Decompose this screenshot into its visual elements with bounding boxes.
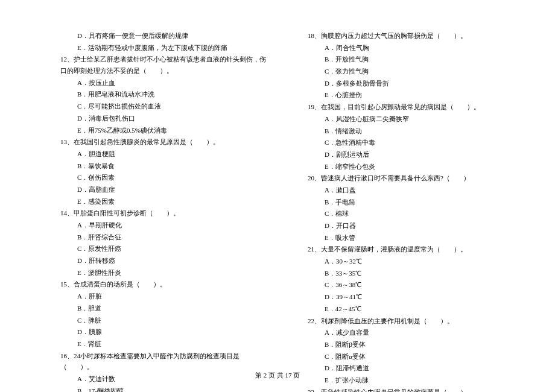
option-line: D．消毒后包扎伤口 bbox=[60, 113, 271, 124]
right-column: 18、胸膜腔内压力超过大气压的胸部损伤是（ ）。 A．闭合性气胸 B．开放性气胸… bbox=[308, 30, 519, 392]
question-23-text: 23、亚急性感染性心内膜炎最常见的致病菌是（ ）。 bbox=[308, 387, 519, 392]
question-16-text: 16、24小时尿标本检查需要加入甲醛作为防腐剂的检查项目是（ ）。 bbox=[60, 350, 271, 373]
option-line: C．36～38℃ bbox=[308, 279, 519, 291]
option-line: E．活动期有轻或中度腹痛，为左下腹或下腹的阵痛 bbox=[60, 42, 271, 54]
option-line: C．创伤因素 bbox=[60, 172, 271, 183]
left-column: D．具有疼痛一便意一便后缓解的规律 E．活动期有轻或中度腹痛，为左下腹或下腹的阵… bbox=[60, 30, 271, 392]
option-line: D．剧烈运动后 bbox=[308, 149, 519, 160]
option-line: B．17-酮类固醇 bbox=[60, 385, 271, 392]
option-line: A．按压止血 bbox=[60, 77, 271, 89]
option-line: D．肝转移癌 bbox=[60, 255, 271, 267]
question-22-text: 22、利尿剂降低血压的主要作用机制是（ ）。 bbox=[308, 315, 519, 327]
option-line: B．情绪激动 bbox=[308, 125, 519, 137]
question-14-text: 14、甲胎蛋白阳性可初步诊断（ ）。 bbox=[60, 207, 271, 219]
page-container: D．具有疼痛一便意一便后缓解的规律 E．活动期有轻或中度腹痛，为左下腹或下腹的阵… bbox=[0, 0, 555, 392]
option-line: A．30～32℃ bbox=[308, 256, 519, 267]
option-line: C．阻断α受体 bbox=[308, 351, 519, 362]
option-line: B．开放性气胸 bbox=[308, 54, 519, 65]
option-line: E．42～45℃ bbox=[308, 303, 519, 315]
option-line: E．肾脏 bbox=[60, 338, 271, 350]
option-line: A．漱口盘 bbox=[308, 185, 519, 196]
option-line: D．胰腺 bbox=[60, 326, 271, 338]
option-line: C．尽可能挤出损伤处的血液 bbox=[60, 101, 271, 112]
question-20-text: 20、昏迷病人进行漱口时不需要具备什么东西?（ ） bbox=[308, 172, 519, 184]
option-line: B．33～35℃ bbox=[308, 268, 519, 279]
option-line: B．用肥皂液和流动水冲洗 bbox=[60, 89, 271, 100]
option-line: C．原发性肝癌 bbox=[60, 243, 271, 254]
question-13-text: 13、在我国引起急性胰腺炎的最常见原因是（ ）。 bbox=[60, 136, 271, 148]
option-line: E．心脏挫伤 bbox=[308, 89, 519, 101]
option-line: B．阻断β受体 bbox=[308, 339, 519, 350]
option-line: C．急性酒精中毒 bbox=[308, 137, 519, 148]
question-12-text: 12、护士给某乙肝患者拔针时不小心被粘有该患者血液的针头刺伤，伤口的即刻处理方法… bbox=[60, 54, 271, 76]
option-line: E．用75%乙醇或0.5%碘伏消毒 bbox=[60, 125, 271, 136]
option-line: B．暴饮暴食 bbox=[60, 160, 271, 172]
page-footer: 第 2 页 共 17 页 bbox=[0, 371, 555, 380]
option-line: E．缩窄性心包炎 bbox=[308, 161, 519, 172]
option-line: C．棉球 bbox=[308, 208, 519, 220]
option-line: A．早期肝硬化 bbox=[60, 220, 271, 231]
option-line: D．高脂血症 bbox=[60, 184, 271, 195]
option-line: D．具有疼痛一便意一便后缓解的规律 bbox=[60, 30, 271, 42]
option-line: D．开口器 bbox=[308, 220, 519, 232]
option-line: E．吸水管 bbox=[308, 232, 519, 244]
option-line: D．39～41℃ bbox=[308, 291, 519, 303]
option-line: C．张力性气胸 bbox=[308, 66, 519, 77]
option-line: A．胆道梗阻 bbox=[60, 148, 271, 160]
option-line: D．多根多处肋骨骨折 bbox=[308, 78, 519, 89]
option-line: A．风湿性心脏病二尖瓣狭窄 bbox=[308, 113, 519, 125]
question-15-text: 15、合成清蛋白的场所是（ ）。 bbox=[60, 279, 271, 290]
option-line: E．淤胆性肝炎 bbox=[60, 267, 271, 279]
question-18-text: 18、胸膜腔内压力超过大气压的胸部损伤是（ ）。 bbox=[308, 30, 519, 42]
option-line: E．感染因素 bbox=[60, 196, 271, 207]
option-line: B．手电筒 bbox=[308, 197, 519, 208]
option-line: B．肝肾综合征 bbox=[60, 232, 271, 243]
option-line: B．胆道 bbox=[60, 303, 271, 314]
option-line: A．肝脏 bbox=[60, 291, 271, 302]
question-21-text: 21、大量不保留灌肠时，灌肠液的温度常为（ ）。 bbox=[308, 244, 519, 255]
option-line: C．脾脏 bbox=[60, 315, 271, 326]
option-line: A．减少血容量 bbox=[308, 327, 519, 338]
option-line: A．闭合性气胸 bbox=[308, 42, 519, 54]
question-19-text: 19、在我国，目前引起心房颤动最常见的病因是（ ）。 bbox=[308, 101, 519, 113]
